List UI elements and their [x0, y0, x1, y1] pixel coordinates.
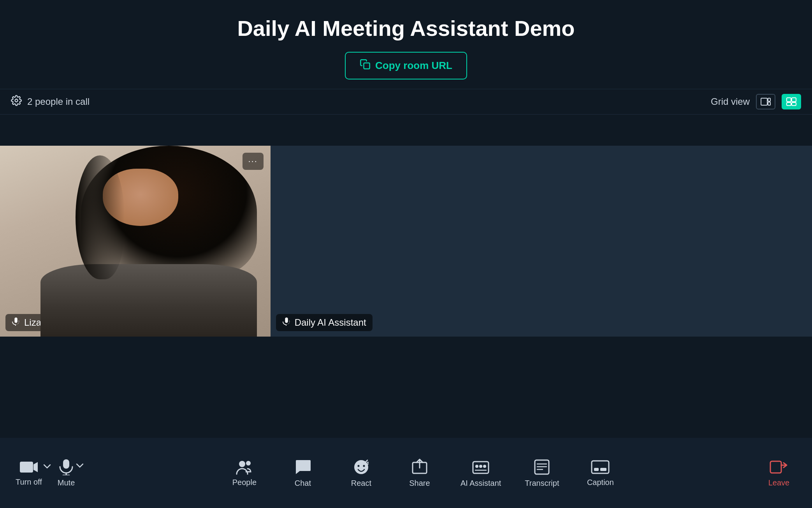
mic2-icon: [282, 317, 291, 328]
caption-button[interactable]: Caption: [583, 459, 618, 487]
svg-rect-29: [594, 468, 599, 471]
caption-icon: [591, 459, 610, 475]
svg-rect-30: [600, 468, 606, 471]
camera-icon: [19, 460, 38, 474]
svg-point-23: [483, 465, 486, 468]
ai-assistant-label: AI Assistant: [460, 479, 501, 488]
transcript-label: Transcript: [525, 479, 559, 488]
svg-point-21: [475, 465, 478, 468]
leave-button[interactable]: Leave: [761, 459, 796, 487]
caption-label: Caption: [587, 478, 614, 487]
people-icon: [236, 459, 253, 475]
gear-icon[interactable]: [11, 95, 22, 109]
svg-rect-28: [592, 461, 609, 473]
people-count: 2 people in call: [11, 95, 90, 109]
speaker-view-button[interactable]: [756, 94, 775, 109]
react-label: React: [351, 479, 371, 488]
mic-group: Mute: [58, 459, 83, 487]
view-label: Grid view: [711, 96, 750, 107]
chat-button[interactable]: Chat: [285, 459, 320, 488]
camera-feed-liza: [0, 146, 271, 337]
svg-point-18: [367, 462, 369, 463]
svg-rect-7: [787, 102, 791, 106]
ai-assistant-icon: [472, 459, 489, 476]
mic-toggle[interactable]: Mute: [58, 459, 75, 487]
toolbar-center: People Chat React: [83, 459, 761, 488]
svg-rect-6: [792, 98, 796, 102]
svg-rect-4: [768, 102, 770, 105]
react-button[interactable]: React: [344, 459, 379, 488]
camera-label: Turn off: [16, 478, 42, 487]
page-title: Daily AI Meeting Assistant Demo: [8, 16, 804, 41]
copy-room-button[interactable]: Copy room URL: [345, 52, 467, 79]
toolbar-left: Turn off Mute: [16, 459, 83, 487]
svg-rect-5: [787, 98, 791, 102]
status-bar: 2 people in call Grid view: [0, 89, 812, 115]
transcript-button[interactable]: Transcript: [524, 459, 559, 488]
top-spacer: [0, 115, 812, 146]
participant2-name: Daily AI Assistant: [295, 317, 366, 328]
camera-group: Turn off: [16, 460, 51, 487]
participant2-name-tag: Daily AI Assistant: [276, 314, 373, 331]
svg-rect-11: [63, 459, 69, 469]
bottom-spacer: [0, 337, 812, 376]
camera-toggle[interactable]: Turn off: [16, 460, 42, 487]
people-button[interactable]: People: [227, 459, 262, 487]
chat-icon: [294, 459, 311, 476]
people-label: People: [232, 478, 257, 487]
svg-point-22: [479, 465, 482, 468]
svg-rect-8: [792, 102, 796, 106]
people-in-call: 2 people in call: [27, 96, 90, 107]
svg-point-16: [357, 465, 359, 467]
mic-label: Mute: [58, 478, 75, 487]
grid-view-button[interactable]: [782, 94, 801, 109]
svg-point-17: [363, 465, 365, 467]
video-cell-liza: ··· Liza (You): [0, 146, 271, 337]
transcript-icon: [533, 459, 550, 476]
camera-chevron-button[interactable]: [44, 460, 51, 471]
react-icon: [353, 459, 370, 476]
toolbar: Turn off Mute: [0, 438, 812, 508]
svg-point-1: [15, 99, 18, 102]
svg-rect-31: [770, 461, 781, 473]
svg-rect-2: [761, 98, 767, 105]
ai-assistant-button[interactable]: AI Assistant: [460, 459, 501, 488]
svg-marker-10: [33, 462, 38, 472]
leave-icon: [770, 459, 788, 475]
mic-chevron-button[interactable]: [76, 459, 83, 471]
header: Daily AI Meeting Assistant Demo Copy roo…: [0, 0, 812, 89]
chat-label: Chat: [295, 479, 311, 488]
toolbar-right: Leave: [761, 459, 796, 487]
share-label: Share: [409, 479, 430, 488]
microphone-icon: [58, 459, 74, 475]
participant-options-button[interactable]: ···: [243, 153, 264, 170]
svg-rect-3: [768, 98, 770, 101]
svg-point-15: [246, 461, 251, 466]
svg-point-14: [239, 461, 245, 467]
share-button[interactable]: Share: [402, 459, 437, 488]
svg-rect-9: [20, 462, 33, 473]
copy-icon: [360, 59, 371, 72]
share-icon: [411, 459, 428, 476]
view-controls: Grid view: [711, 94, 801, 109]
svg-rect-0: [364, 63, 370, 69]
video-grid: ··· Liza (You) Daily AI Assistant: [0, 146, 812, 337]
video-cell-ai-assistant: Daily AI Assistant: [271, 146, 812, 337]
mic-on-icon: [12, 317, 20, 328]
copy-room-label: Copy room URL: [375, 60, 452, 72]
leave-label: Leave: [768, 478, 790, 487]
